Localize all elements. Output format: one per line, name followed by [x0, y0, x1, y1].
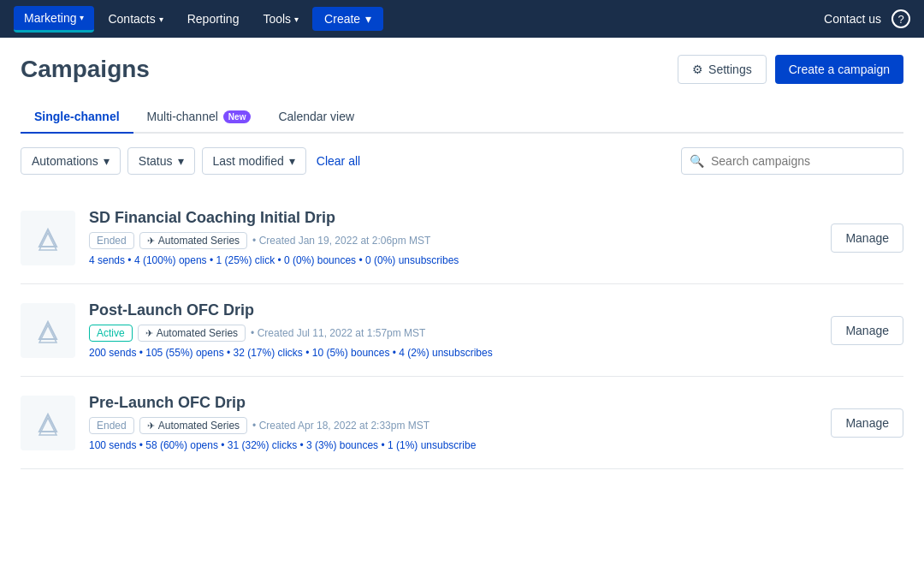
status-badge: Active: [89, 325, 133, 342]
chevron-down-icon: ▾: [159, 15, 163, 24]
send-icon: ✈: [147, 235, 155, 247]
campaign-stats: 200 sends • 105 (55%) opens • 32 (17%) c…: [89, 347, 817, 359]
gear-icon: ⚙: [692, 63, 703, 76]
campaign-stats: 4 sends • 4 (100%) opens • 1 (25%) click…: [89, 254, 817, 266]
search-wrapper: 🔍: [681, 147, 903, 175]
automations-filter[interactable]: Automations ▾: [21, 147, 121, 175]
campaign-tags: Ended ✈ Automated Series • Created Apr 1…: [89, 417, 817, 434]
type-badge: ✈ Automated Series: [139, 232, 247, 249]
campaign-name: Pre-Launch OFC Drip: [89, 394, 817, 412]
campaign-info: SD Financial Coaching Initial Drip Ended…: [89, 209, 817, 266]
chevron-down-icon: ▾: [104, 154, 110, 168]
header-actions: ⚙ Settings Create a campaign: [678, 55, 903, 84]
top-navigation: Marketing ▾ Contacts ▾ Reporting Tools ▾…: [0, 0, 924, 38]
search-input[interactable]: [681, 147, 903, 175]
campaign-tags: Ended ✈ Automated Series • Created Jan 1…: [89, 232, 817, 249]
campaign-info: Pre-Launch OFC Drip Ended ✈ Automated Se…: [89, 394, 817, 451]
send-icon: ✈: [145, 328, 153, 339]
created-text: • Created Jan 19, 2022 at 2:06pm MST: [252, 235, 430, 247]
campaign-icon: [21, 303, 75, 358]
campaign-name: SD Financial Coaching Initial Drip: [89, 209, 817, 227]
nav-reporting[interactable]: Reporting: [177, 7, 250, 31]
tab-single-channel[interactable]: Single-channel: [21, 101, 133, 134]
created-text: • Created Apr 18, 2022 at 2:33pm MST: [252, 420, 429, 432]
chevron-down-icon: ▾: [178, 154, 184, 168]
clear-all-button[interactable]: Clear all: [313, 148, 364, 174]
page-content: Campaigns ⚙ Settings Create a campaign S…: [0, 38, 924, 486]
nav-tools[interactable]: Tools ▾: [252, 7, 309, 31]
type-badge: ✈ Automated Series: [138, 325, 246, 342]
manage-button[interactable]: Manage: [831, 408, 903, 438]
campaign-name: Post-Launch OFC Drip: [89, 301, 817, 319]
type-badge: ✈ Automated Series: [139, 417, 247, 434]
campaign-thumbnail: [33, 315, 63, 346]
nav-right-section: Contact us ?: [824, 9, 910, 28]
page-title: Campaigns: [21, 56, 150, 83]
new-badge: New: [223, 110, 252, 123]
create-campaign-button[interactable]: Create a campaign: [775, 55, 903, 84]
chevron-down-icon: ▾: [294, 15, 299, 24]
campaign-thumbnail: [33, 408, 63, 438]
chevron-down-icon: ▾: [80, 13, 84, 22]
status-filter[interactable]: Status ▾: [127, 147, 195, 175]
manage-button[interactable]: Manage: [831, 316, 903, 345]
tabs: Single-channel Multi-channel New Calenda…: [21, 101, 903, 134]
chevron-down-icon: ▾: [365, 12, 371, 26]
tab-multi-channel[interactable]: Multi-channel New: [133, 101, 265, 134]
campaign-list: SD Financial Coaching Initial Drip Ended…: [21, 192, 903, 469]
table-row: Pre-Launch OFC Drip Ended ✈ Automated Se…: [21, 377, 903, 469]
created-text: • Created Jul 11, 2022 at 1:57pm MST: [251, 327, 425, 339]
campaign-info: Post-Launch OFC Drip Active ✈ Automated …: [89, 301, 817, 359]
help-button[interactable]: ?: [891, 9, 910, 28]
status-badge: Ended: [89, 417, 134, 434]
manage-button[interactable]: Manage: [831, 223, 903, 253]
filters-bar: Automations ▾ Status ▾ Last modified ▾ C…: [21, 147, 903, 175]
last-modified-filter[interactable]: Last modified ▾: [202, 147, 306, 175]
campaign-thumbnail: [33, 223, 63, 253]
campaign-icon: [21, 396, 75, 450]
campaign-stats: 100 sends • 58 (60%) opens • 31 (32%) cl…: [89, 439, 817, 451]
chevron-down-icon: ▾: [289, 154, 295, 168]
nav-contacts[interactable]: Contacts ▾: [98, 7, 173, 31]
campaign-icon: [21, 211, 75, 265]
contact-us-link[interactable]: Contact us: [824, 12, 881, 26]
nav-marketing[interactable]: Marketing ▾: [14, 6, 94, 33]
create-button[interactable]: Create ▾: [312, 7, 383, 31]
search-icon: 🔍: [690, 154, 704, 168]
campaign-tags: Active ✈ Automated Series • Created Jul …: [89, 325, 817, 342]
tab-calendar-view[interactable]: Calendar view: [264, 101, 368, 134]
send-icon: ✈: [147, 420, 155, 432]
status-badge: Ended: [89, 232, 134, 249]
table-row: SD Financial Coaching Initial Drip Ended…: [21, 192, 903, 284]
page-header: Campaigns ⚙ Settings Create a campaign: [21, 55, 903, 84]
settings-button[interactable]: ⚙ Settings: [678, 55, 767, 84]
table-row: Post-Launch OFC Drip Active ✈ Automated …: [21, 284, 903, 377]
